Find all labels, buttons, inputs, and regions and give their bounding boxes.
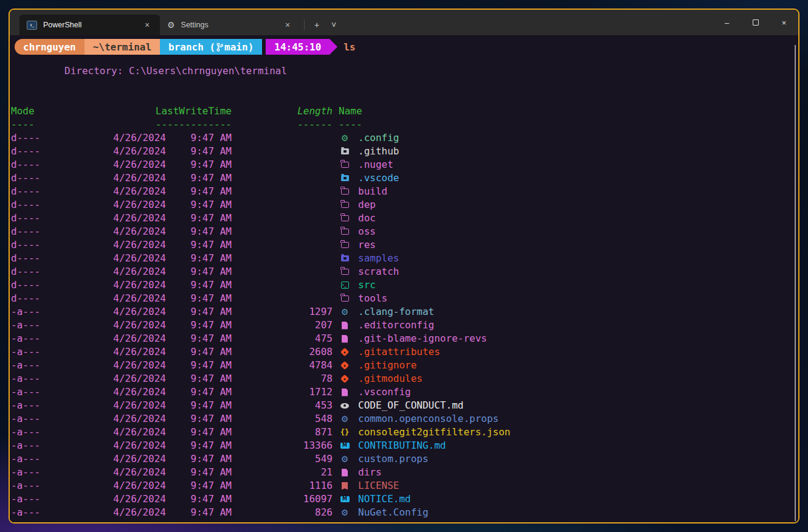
time-cell: 9:47 AM	[166, 225, 232, 238]
table-row: d---- 4/26/2024 9:47 AM oss	[11, 225, 795, 238]
table-row: -a--- 4/26/2024 9:47 AM 13366 CONTRIBUTI…	[11, 439, 795, 452]
file-icon	[341, 188, 349, 195]
name-cell: .vscode	[358, 171, 399, 185]
table-row: -a--- 4/26/2024 9:47 AM 2608 .gitattribu…	[11, 345, 795, 359]
mode-cell: -a---	[11, 372, 102, 385]
mode-cell: -a---	[11, 305, 102, 319]
table-row: -a--- 4/26/2024 9:47 AM 453 CODE_OF_COND…	[11, 399, 795, 412]
close-button[interactable]: ×	[770, 10, 798, 35]
time-cell: 9:47 AM	[166, 426, 232, 439]
minimize-button[interactable]: –	[713, 10, 741, 35]
mode-cell: -a---	[11, 426, 102, 439]
time-cell: 9:47 AM	[166, 466, 232, 479]
name-cell: .gitignore	[358, 359, 416, 372]
maximize-button[interactable]	[741, 10, 770, 35]
tab-strip: ›_ PowerShell × ⚙ Settings ×	[10, 10, 300, 35]
table-row: d---- 4/26/2024 9:47 AM .nuget	[11, 158, 795, 171]
time-cell: 9:47 AM	[166, 372, 232, 385]
date-cell: 4/26/2024	[102, 412, 166, 426]
file-icon	[342, 335, 348, 343]
tab-label: PowerShell	[43, 21, 140, 29]
mode-cell: -a---	[11, 399, 102, 412]
dashes-name: ----	[339, 118, 362, 131]
table-row: d---- 4/26/2024 9:47 AM doc	[11, 212, 795, 225]
date-cell: 4/26/2024	[102, 265, 166, 278]
date-cell: 4/26/2024	[102, 385, 166, 399]
length-cell: 1297	[232, 305, 333, 319]
prompt-segment-time: 14:45:10	[266, 39, 330, 55]
table-row: -a--- 4/26/2024 9:47 AM 1712 .vsconfig	[11, 385, 795, 399]
git-segment-prefix: branch (	[168, 41, 215, 53]
mode-cell: -a---	[11, 452, 102, 466]
table-row: -a--- 4/26/2024 9:47 AM 78 .gitmodules	[11, 372, 795, 385]
gear-icon: ⚙	[167, 20, 175, 30]
file-icon	[341, 508, 349, 517]
terminal-body[interactable]: chrnguyen ~\terminal branch ( main) 14:4…	[10, 35, 798, 522]
name-cell: .clang-format	[358, 305, 434, 319]
length-cell: 21	[232, 466, 333, 479]
name-cell: .gitmodules	[358, 372, 423, 385]
mode-cell: -a---	[11, 479, 102, 492]
tab-dropdown-button[interactable]: ˅	[325, 17, 342, 33]
time-cell: 9:47 AM	[166, 252, 232, 265]
time-cell: 9:47 AM	[166, 145, 232, 158]
table-row: -a--- 4/26/2024 9:47 AM 1116 LICENSE	[11, 479, 795, 492]
length-cell: 475	[232, 332, 333, 345]
length-cell: 78	[232, 372, 333, 385]
mode-cell: d----	[11, 292, 102, 305]
date-cell: 4/26/2024	[102, 466, 166, 479]
name-cell: .gitattributes	[358, 345, 440, 359]
dashes-mode: ----	[11, 118, 102, 131]
time-cell: 9:47 AM	[166, 292, 232, 305]
time-cell: 9:47 AM	[166, 265, 232, 278]
name-cell: NuGet.Config	[358, 506, 429, 519]
length-cell	[232, 131, 333, 145]
name-cell: .config	[358, 131, 399, 145]
file-icon	[342, 469, 348, 477]
name-cell: .vsconfig	[358, 385, 411, 399]
new-tab-button[interactable]: +	[308, 17, 325, 33]
time-cell: 9:47 AM	[166, 479, 232, 492]
close-icon: ×	[782, 18, 787, 27]
name-cell: CODE_OF_CONDUCT.md	[358, 399, 463, 412]
name-cell: consolegit2gitfilters.json	[358, 426, 510, 439]
length-cell	[232, 145, 333, 158]
date-cell: 4/26/2024	[102, 399, 166, 412]
scrollbar-thumb[interactable]	[795, 45, 796, 521]
date-cell: 4/26/2024	[102, 305, 166, 319]
time-cell: 9:47 AM	[166, 452, 232, 466]
table-row: -a--- 4/26/2024 9:47 AM 475 .git-blame-i…	[11, 332, 795, 345]
tab-settings[interactable]: ⚙ Settings ×	[160, 15, 300, 35]
powerline-arrow-icon	[330, 39, 337, 55]
mode-cell: d----	[11, 158, 102, 171]
length-cell: 4784	[232, 359, 333, 372]
file-icon	[340, 361, 349, 370]
git-segment-suffix: main)	[224, 41, 254, 53]
mode-cell: -a---	[11, 492, 102, 506]
name-cell: res	[358, 238, 376, 252]
date-cell: 4/26/2024	[102, 359, 166, 372]
mode-cell: d----	[11, 185, 102, 198]
file-icon	[341, 148, 349, 154]
table-row: d---- 4/26/2024 9:47 AM .config	[11, 131, 795, 145]
length-cell: 453	[232, 399, 333, 412]
mode-cell: -a---	[11, 412, 102, 426]
mode-cell: -a---	[11, 332, 102, 345]
file-icon	[341, 415, 349, 423]
prompt-segment-user: chrnguyen	[15, 39, 85, 55]
name-cell: build	[358, 185, 387, 198]
date-cell: 4/26/2024	[102, 439, 166, 452]
length-cell: 548	[232, 412, 333, 426]
table-row: -a--- 4/26/2024 9:47 AM 16097 NOTICE.md	[11, 492, 795, 506]
file-icon	[341, 229, 349, 235]
time-cell: 9:47 AM	[166, 439, 232, 452]
table-header: Mode LastWriteTime Length Name	[11, 105, 795, 118]
tab-close-icon[interactable]: ×	[140, 18, 154, 32]
tab-powershell[interactable]: ›_ PowerShell ×	[19, 15, 160, 35]
mode-cell: d----	[11, 145, 102, 158]
file-icon	[341, 269, 349, 275]
time-cell: 9:47 AM	[166, 212, 232, 225]
date-cell: 4/26/2024	[102, 252, 166, 265]
powershell-icon: ›_	[27, 21, 37, 30]
tab-close-icon[interactable]: ×	[281, 18, 294, 32]
